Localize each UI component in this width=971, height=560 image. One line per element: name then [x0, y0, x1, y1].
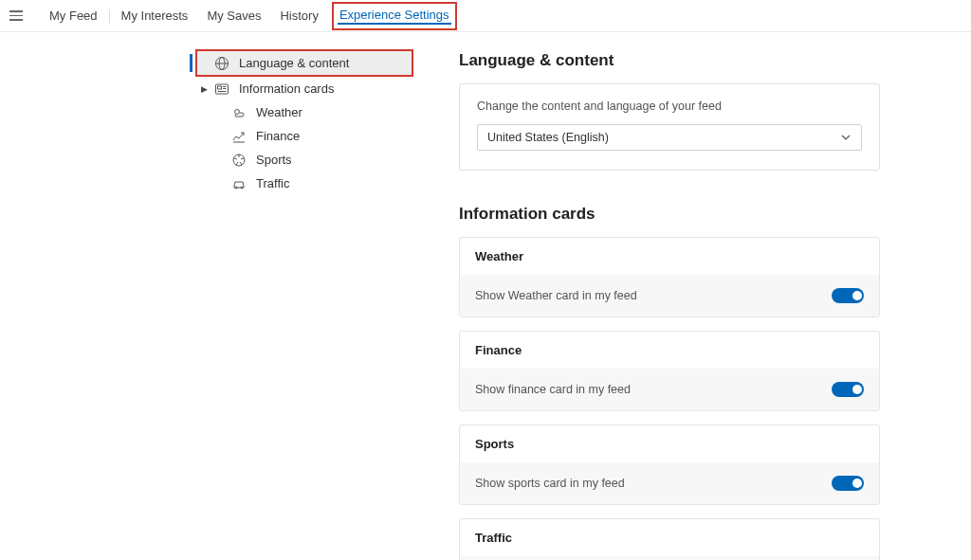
- sidebar-item-label: Language & content: [239, 56, 349, 70]
- globe-icon: [214, 56, 229, 71]
- sidebar-item-label: Finance: [256, 129, 300, 143]
- language-desc: Change the content and language of your …: [477, 99, 862, 113]
- card-weather: Weather Show Weather card in my feed: [459, 237, 880, 317]
- caret-right-icon: ▶: [201, 84, 208, 94]
- sidebar-item-weather[interactable]: Weather: [197, 100, 412, 124]
- language-panel: Change the content and language of your …: [459, 83, 880, 171]
- card-title: Finance: [460, 332, 879, 369]
- weather-icon: [231, 105, 247, 120]
- language-select-value: United States (English): [487, 131, 609, 144]
- tab-my-feed[interactable]: My Feed: [40, 0, 107, 32]
- card-desc: Show sports card in my feed: [475, 477, 625, 490]
- sidebar-item-information-cards[interactable]: ▶ Information cards: [197, 77, 412, 100]
- top-tabs: My Feed My Interests My Saves History Ex…: [40, 0, 457, 32]
- sidebar-item-sports[interactable]: Sports: [197, 148, 412, 172]
- card-desc: Show Weather card in my feed: [475, 289, 637, 302]
- sidebar-item-label: Information cards: [239, 81, 334, 96]
- section-title-language: Language & content: [459, 51, 880, 70]
- card-finance: Finance Show finance card in my feed: [459, 331, 880, 411]
- tab-experience-settings-highlight: Experience Settings: [332, 2, 457, 30]
- language-select[interactable]: United States (English): [477, 124, 862, 151]
- card-title: Sports: [460, 425, 879, 462]
- toggle-weather[interactable]: [832, 288, 864, 303]
- sidebar-item-label: Sports: [256, 153, 292, 167]
- hamburger-icon[interactable]: [9, 7, 28, 26]
- toggle-sports[interactable]: [832, 476, 864, 491]
- traffic-icon: [231, 176, 247, 191]
- svg-point-8: [235, 109, 240, 114]
- card-desc: Show finance card in my feed: [475, 383, 631, 396]
- card-title: Weather: [460, 238, 879, 275]
- sidebar-item-traffic[interactable]: Traffic: [197, 172, 412, 195]
- finance-icon: [231, 129, 247, 144]
- tab-history[interactable]: History: [270, 0, 327, 32]
- divider: [109, 9, 110, 23]
- tab-my-interests[interactable]: My Interests: [112, 0, 198, 32]
- sidebar-item-label: Traffic: [256, 176, 289, 190]
- card-icon: [214, 81, 229, 97]
- card-sports: Sports Show sports card in my feed: [459, 425, 880, 505]
- sidebar-item-label: Weather: [256, 105, 302, 119]
- tab-my-saves[interactable]: My Saves: [197, 0, 270, 32]
- card-title: Traffic: [460, 519, 879, 556]
- toggle-finance[interactable]: [832, 382, 864, 397]
- settings-main: Language & content Change the content an…: [417, 49, 891, 560]
- chevron-down-icon: [840, 132, 852, 143]
- settings-sidebar: Language & content ▶ Information cards: [0, 49, 417, 560]
- section-title-info-cards: Information cards: [459, 205, 880, 224]
- sidebar-item-language[interactable]: Language & content: [197, 51, 412, 75]
- tab-experience-settings[interactable]: Experience Settings: [338, 8, 451, 25]
- top-nav: My Feed My Interests My Saves History Ex…: [0, 0, 971, 32]
- sidebar-item-finance[interactable]: Finance: [197, 124, 412, 148]
- sports-icon: [231, 153, 247, 168]
- svg-rect-4: [218, 86, 222, 89]
- sidebar-item-language-highlight: Language & content: [195, 49, 413, 77]
- card-traffic: Traffic Show traffic card in my feed: [459, 518, 880, 560]
